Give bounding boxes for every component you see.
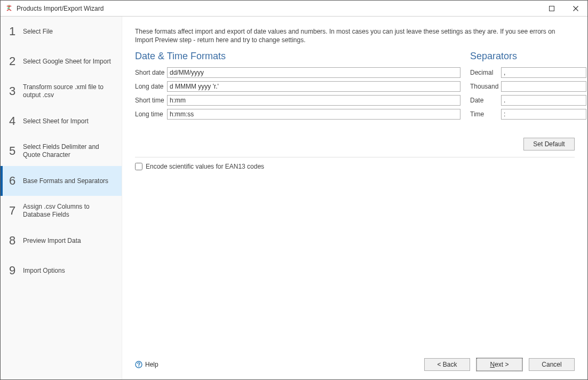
next-mnemonic: N: [490, 361, 495, 368]
step-assign-columns[interactable]: 7 Assign .csv Columns to Database Fields: [1, 196, 122, 226]
step-preview-import[interactable]: 8 Preview Import Data: [1, 226, 122, 256]
format-sections: Date & Time Formats Short date Long date…: [135, 51, 575, 123]
thousand-label: Thousand: [470, 83, 501, 90]
help-label: Help: [145, 361, 158, 368]
step-number: 8: [9, 234, 23, 248]
wizard-footer: Help < Back Next > Cancel: [135, 358, 575, 371]
encode-ean13-checkbox[interactable]: [135, 163, 142, 170]
step-label: Transform source .xml file to output .cs…: [23, 83, 115, 99]
svg-point-2: [138, 366, 139, 367]
short-date-input[interactable]: [167, 67, 460, 78]
step-label: Base Formats and Separators: [23, 177, 112, 185]
help-link[interactable]: Help: [135, 361, 158, 368]
datetime-title: Date & Time Formats: [135, 51, 460, 62]
intro-text: These formats affect import and export o…: [135, 27, 575, 44]
step-label: Assign .csv Columns to Database Fields: [23, 203, 115, 219]
divider: [135, 157, 575, 157]
step-number: 7: [9, 204, 23, 218]
maximize-button[interactable]: [539, 1, 563, 16]
step-number: 2: [9, 54, 23, 68]
step-select-file[interactable]: 1 Select File: [1, 17, 122, 46]
step-number: 3: [9, 84, 23, 98]
step-number: 1: [9, 25, 23, 38]
help-icon: [135, 361, 142, 368]
step-label: Select Google Sheet for Import: [23, 58, 114, 66]
separators-title: Separators: [470, 51, 575, 62]
next-button[interactable]: Next >: [476, 358, 522, 371]
step-label: Select Fields Delimiter and Quote Charac…: [23, 143, 115, 159]
time-sep-label: Time: [470, 110, 501, 118]
step-select-google-sheet[interactable]: 2 Select Google Sheet for Import: [1, 46, 122, 76]
step-base-formats[interactable]: 6 Base Formats and Separators: [1, 166, 122, 196]
set-default-row: Set Default: [135, 138, 575, 151]
step-number: 5: [9, 144, 23, 158]
step-number: 9: [9, 264, 23, 278]
long-date-row: Long date: [135, 81, 460, 92]
short-time-label: Short time: [135, 97, 167, 104]
step-delimiter-quote[interactable]: 5 Select Fields Delimiter and Quote Char…: [1, 136, 122, 166]
wizard-main: These formats affect import and export o…: [122, 17, 587, 379]
decimal-input[interactable]: [501, 67, 586, 78]
titlebar: Products Import/Export Wizard: [1, 1, 587, 17]
decimal-row: Decimal: [470, 67, 575, 78]
long-time-row: Long time: [135, 109, 460, 120]
set-default-button[interactable]: Set Default: [523, 138, 575, 151]
time-sep-row: Time: [470, 109, 575, 120]
encode-ean13-label: Encode scientific values for EAN13 codes: [146, 163, 264, 170]
wizard-sidebar: 1 Select File 2 Select Google Sheet for …: [1, 17, 122, 379]
step-transform-xml[interactable]: 3 Transform source .xml file to output .…: [1, 76, 122, 106]
next-rest: ext >: [495, 361, 508, 368]
short-date-label: Short date: [135, 69, 167, 76]
long-time-label: Long time: [135, 110, 167, 118]
decimal-label: Decimal: [470, 69, 501, 76]
svg-rect-0: [549, 6, 554, 11]
window-buttons: [539, 1, 587, 16]
date-sep-input[interactable]: [501, 95, 586, 106]
time-sep-input[interactable]: [501, 109, 586, 120]
long-date-input[interactable]: [167, 81, 460, 92]
short-date-row: Short date: [135, 67, 460, 78]
step-import-options[interactable]: 9 Import Options: [1, 256, 122, 286]
close-button[interactable]: [563, 1, 587, 16]
thousand-row: Thousand: [470, 81, 575, 92]
long-time-input[interactable]: [167, 109, 460, 120]
app-icon: [5, 4, 13, 13]
step-label: Preview Import Data: [23, 237, 84, 245]
step-number: 6: [9, 174, 23, 188]
step-label: Select File: [23, 28, 56, 36]
back-button[interactable]: < Back: [424, 358, 470, 371]
window-title: Products Import/Export Wizard: [17, 5, 539, 12]
footer-buttons: < Back Next > Cancel: [424, 358, 575, 371]
step-number: 4: [9, 114, 23, 128]
wizard-window: Products Import/Export Wizard 1 Select F…: [0, 0, 588, 380]
long-date-label: Long date: [135, 83, 167, 90]
step-select-sheet[interactable]: 4 Select Sheet for Import: [1, 106, 122, 136]
step-label: Select Sheet for Import: [23, 117, 92, 125]
cancel-button[interactable]: Cancel: [529, 358, 575, 371]
date-sep-label: Date: [470, 97, 501, 104]
wizard-body: 1 Select File 2 Select Google Sheet for …: [1, 17, 587, 379]
encode-ean13-row[interactable]: Encode scientific values for EAN13 codes: [135, 163, 575, 170]
short-time-input[interactable]: [167, 95, 460, 106]
date-sep-row: Date: [470, 95, 575, 106]
separators-section: Separators Decimal Thousand Date Ti: [470, 51, 575, 123]
step-label: Import Options: [23, 267, 68, 275]
thousand-input[interactable]: [501, 81, 586, 92]
datetime-section: Date & Time Formats Short date Long date…: [135, 51, 460, 123]
short-time-row: Short time: [135, 95, 460, 106]
